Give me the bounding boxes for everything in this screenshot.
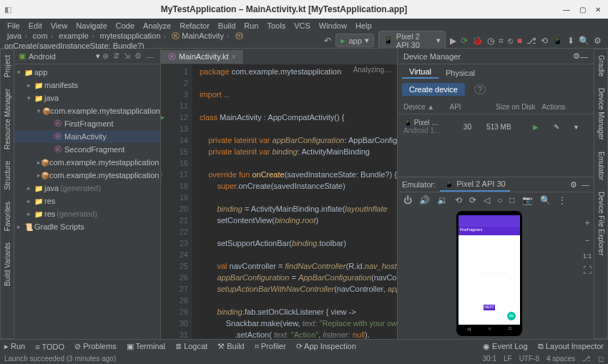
create-device-button[interactable]: Create device <box>402 83 465 96</box>
project-tree[interactable]: ▾ 📁 app ▸ 📁 manifests ▾ 📁 java ▾ 📦 com.e… <box>14 64 160 339</box>
menu-window[interactable]: Window <box>315 20 351 31</box>
zoom-in-icon[interactable]: ＋ <box>583 217 592 229</box>
screenshot-icon[interactable]: 📷 <box>522 195 533 205</box>
minimize-button[interactable]: — <box>561 4 572 15</box>
dm-tab-physical[interactable]: Physical <box>438 67 482 79</box>
tree-item[interactable]: Ⓚ SecondFragment <box>14 143 160 156</box>
menu-tools[interactable]: Tools <box>263 20 290 31</box>
dm-col[interactable]: API <box>450 103 496 111</box>
bottom-item[interactable]: ≣ Logcat <box>175 342 207 351</box>
search-icon[interactable]: 🔍 <box>577 36 592 46</box>
bottom-item[interactable]: ⊘ Problems <box>74 342 117 351</box>
expand-all-icon[interactable]: ⇵ <box>111 51 122 61</box>
bottom-item[interactable]: ⚒ Build <box>217 342 245 351</box>
menu-navigate[interactable]: Navigate <box>72 20 111 31</box>
edit-avd-icon[interactable]: ✎ <box>554 123 567 131</box>
menu-build[interactable]: Build <box>214 20 240 31</box>
debug-icon[interactable]: 🐞 <box>470 36 485 46</box>
dm-col[interactable]: Size on Disk <box>496 103 542 111</box>
tree-item[interactable]: ▾ 📁 app <box>14 66 160 79</box>
gutter[interactable]: 12311▶1213141516○17181920212223242526272… <box>161 64 192 339</box>
profile-icon[interactable]: ⌗ <box>496 36 506 46</box>
bottom-item[interactable]: ◉ Event Log <box>483 342 528 351</box>
tree-item[interactable]: Ⓚ FirstFragment <box>14 117 160 130</box>
rotate-right-icon[interactable]: ⟳ <box>469 195 476 205</box>
breadcrumb[interactable]: mytestapplication <box>97 31 170 40</box>
device-combo[interactable]: 📱Pixel 2 API 30▾ <box>378 31 446 51</box>
tree-item[interactable]: ▸ 📁 manifests <box>14 79 160 92</box>
hide-panel-icon[interactable]: — <box>144 52 156 61</box>
rail-gradle[interactable]: Gradle <box>597 49 605 82</box>
rail-emulator[interactable]: Emulator <box>597 146 605 186</box>
rotate-left-icon[interactable]: ⟲ <box>455 195 462 205</box>
bottom-item[interactable]: ▸ Run <box>4 342 25 351</box>
menu-refactor[interactable]: Refactor <box>175 20 214 31</box>
tree-item[interactable]: Ⓚ MainActivity <box>14 130 160 143</box>
tree-item[interactable]: ▸ 📁 res (generated) <box>14 207 160 220</box>
back-icon[interactable]: ↶ <box>322 36 333 46</box>
rail-favorites[interactable]: Favorites <box>4 196 11 237</box>
power-icon[interactable]: ⏻ <box>403 195 412 205</box>
coverage-icon[interactable]: ◷ <box>485 36 496 46</box>
sync-icon[interactable]: ⟲ <box>539 36 550 46</box>
dm-hide-icon[interactable]: — <box>580 52 588 61</box>
menu-help[interactable]: Help <box>351 20 376 31</box>
collapse-all-icon[interactable]: ⇲ <box>122 51 132 61</box>
code-area[interactable]: package com.example.mytestapplication im… <box>192 64 397 339</box>
zoom-reset-icon[interactable]: ⛶ <box>583 265 592 275</box>
bottom-item[interactable]: ⌗ Profiler <box>255 342 286 351</box>
status-cell[interactable]: UTF-8 <box>519 355 539 363</box>
status-cell[interactable]: ◻ <box>598 355 604 363</box>
menu-file[interactable]: File <box>3 20 24 31</box>
tree-item[interactable]: ▾ 📁 java <box>14 92 160 104</box>
bottom-item[interactable]: ≡ TODO <box>35 343 64 351</box>
breadcrumb[interactable]: com <box>30 31 56 40</box>
menu-edit[interactable]: Edit <box>24 20 46 31</box>
tree-item[interactable]: ▸ 📁 res <box>14 195 160 207</box>
menu-view[interactable]: View <box>46 20 72 31</box>
vcs-icon[interactable]: ⎇ <box>524 36 539 46</box>
zoom-out-icon[interactable]: － <box>583 235 592 247</box>
zoom-fit-icon[interactable]: 1:1 <box>583 252 592 260</box>
avd-icon[interactable]: 📱 <box>550 36 565 46</box>
home-icon[interactable]: ○ <box>497 195 502 205</box>
status-cell[interactable]: ⎇ <box>582 355 591 363</box>
overview-icon[interactable]: □ <box>509 195 514 205</box>
maximize-button[interactable]: ▢ <box>577 4 588 15</box>
module-combo[interactable]: ▸app▾ <box>335 34 373 47</box>
device-row[interactable]: 📱 Pixel …Android 1… 30 513 MB ▶ ✎ ▾ <box>398 114 594 139</box>
menu-run[interactable]: Run <box>240 20 263 31</box>
dm-settings-icon[interactable]: ⚙ <box>573 51 580 61</box>
sdk-icon[interactable]: ⬇ <box>565 36 577 46</box>
stop-icon[interactable]: ■ <box>515 36 524 46</box>
emu-hide-icon[interactable]: — <box>582 180 589 189</box>
volume-down-icon[interactable]: 🔉 <box>437 195 448 205</box>
run-icon[interactable]: ▶ <box>448 36 459 46</box>
menu-vcs[interactable]: VCS <box>290 20 315 31</box>
back-icon[interactable]: ◁ <box>484 195 490 205</box>
rail-project[interactable]: Project <box>4 49 11 83</box>
status-cell[interactable]: 30:1 <box>482 355 496 363</box>
dm-col[interactable]: Device ▲ <box>403 103 450 111</box>
more-icon[interactable]: ⋮ <box>558 195 567 205</box>
panel-settings-icon[interactable]: ⚙ <box>132 51 144 61</box>
editor-tab-main[interactable]: ⓀMainActivity.kt× <box>161 50 244 64</box>
rail-device manager[interactable]: Device Manager <box>597 82 605 146</box>
dm-tab-virtual[interactable]: Virtual <box>402 66 438 79</box>
emu-settings-icon[interactable]: ⚙ <box>570 180 577 190</box>
zoom-icon[interactable]: 🔍 <box>540 195 551 205</box>
tree-item[interactable]: ▸ 📁 java (generated) <box>14 182 160 195</box>
rail-device file explorer[interactable]: Device File Explorer <box>597 186 605 261</box>
bottom-item[interactable]: ⟳ App Inspection <box>296 342 356 351</box>
settings-icon[interactable]: ⚙ <box>592 36 604 46</box>
launch-avd-icon[interactable]: ▶ <box>533 123 546 131</box>
breadcrumb[interactable]: java <box>4 31 30 40</box>
dm-col[interactable]: Actions <box>542 103 589 111</box>
breadcrumb[interactable]: Ⓚ MainActivity <box>169 31 232 40</box>
breadcrumb[interactable]: example <box>56 31 97 40</box>
menu-code[interactable]: Code <box>112 20 139 31</box>
tree-item[interactable]: ▸ 📜 Gradle Scripts <box>14 220 160 233</box>
rail-structure[interactable]: Structure <box>4 155 11 196</box>
tree-item[interactable]: ▸ 📦 com.example.mytestapplication (test) <box>14 169 160 182</box>
close-button[interactable]: ✕ <box>592 4 604 15</box>
